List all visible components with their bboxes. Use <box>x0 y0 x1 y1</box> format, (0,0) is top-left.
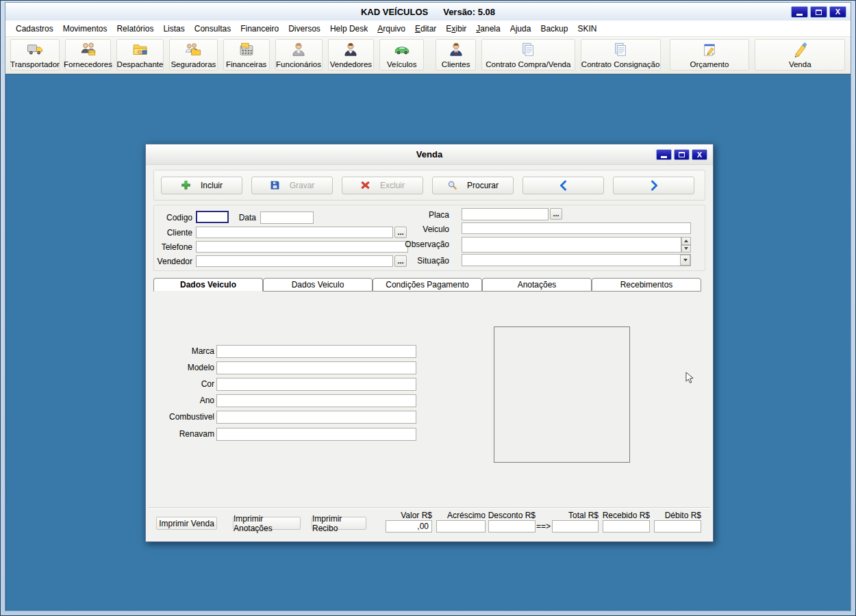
toolbar-vendedores-button[interactable]: Vendedores <box>328 39 375 70</box>
acrescimo-field[interactable] <box>436 520 486 532</box>
debito-label: Débito R$ <box>653 511 701 520</box>
maximize-icon <box>816 10 822 15</box>
menu-movimentos[interactable]: Movimentos <box>58 22 112 36</box>
ano-input[interactable] <box>216 394 416 407</box>
desconto-label: Desconto R$ <box>487 511 536 520</box>
menu-skin[interactable]: SKIN <box>572 22 601 36</box>
chevron-right-icon <box>649 180 659 191</box>
car-icon <box>393 41 411 59</box>
spinner-up-button[interactable] <box>681 237 691 245</box>
toolbar-despachante-button[interactable]: Despachante <box>116 39 164 70</box>
menu-consultas[interactable]: Consultas <box>190 22 236 36</box>
menu-listas[interactable]: Listas <box>158 22 189 36</box>
toolbar-venda-button[interactable]: Venda <box>755 39 845 70</box>
toolbar-seguradoras-button[interactable]: Seguradoras <box>169 39 218 70</box>
maximize-button[interactable] <box>810 6 827 18</box>
tab-dados-veiculo-1[interactable]: Dados Veiculo <box>153 278 263 292</box>
note-pencil-icon <box>701 41 718 59</box>
dialog-maximize-button[interactable] <box>674 149 690 160</box>
toolbar-funcionarios-button[interactable]: Funcionários <box>275 39 323 70</box>
next-record-button[interactable] <box>613 177 694 194</box>
main-titlebar: KAD VEÍCULOS Versão: 5.08 <box>5 3 851 21</box>
placa-lookup-button[interactable]: ... <box>550 208 562 220</box>
venda-dialog: Venda Incluir <box>145 144 714 542</box>
arrow-down-icon <box>684 247 688 250</box>
menu-ajuda[interactable]: Ajuda <box>505 22 536 36</box>
ano-label: Ano <box>146 396 214 405</box>
toolbar: Transportador Fornecedores Despachante S… <box>5 37 851 74</box>
tab-anotacoes[interactable]: Anotações <box>482 278 592 292</box>
venda-dialog-controls <box>656 149 707 160</box>
dialog-minimize-button[interactable] <box>656 149 672 160</box>
dialog-close-button[interactable] <box>692 149 707 160</box>
data-input[interactable] <box>260 211 314 224</box>
excluir-button[interactable]: Excluir <box>342 177 423 194</box>
valor-field[interactable]: ,00 <box>386 520 432 532</box>
tab-condicoes-pagamento[interactable]: Condições Pagamento <box>373 278 482 292</box>
combustivel-input[interactable] <box>216 411 416 424</box>
cor-input[interactable] <box>216 378 416 391</box>
placa-input[interactable] <box>462 208 549 220</box>
situacao-select[interactable] <box>462 254 691 266</box>
modelo-input[interactable] <box>216 361 416 374</box>
menu-arquivo[interactable]: Arquivo <box>373 22 410 36</box>
situacao-label: Situação <box>360 256 449 266</box>
menu-exibir[interactable]: Exibir <box>441 22 471 36</box>
observacao-textarea[interactable] <box>462 237 681 253</box>
menu-financeiro[interactable]: Financeiro <box>236 22 284 36</box>
total-arrow-label: ==> <box>536 522 551 531</box>
menu-cadastros[interactable]: Cadastros <box>11 22 58 36</box>
procurar-button[interactable]: Procurar <box>432 177 514 194</box>
recebido-label: Recebido R$ <box>601 511 650 520</box>
menu-help-desk[interactable]: Help Desk <box>325 22 373 36</box>
incluir-button[interactable]: Incluir <box>161 177 242 194</box>
pencil-icon <box>791 41 809 59</box>
toolbar-transportador-button[interactable]: Transportador <box>10 39 60 70</box>
placa-label: Placa <box>360 210 449 220</box>
imprimir-venda-button[interactable]: Imprimir Venda <box>156 517 217 530</box>
imprimir-recibo-button[interactable]: Imprimir Recibo <box>312 517 366 530</box>
veiculo-label: Veiculo <box>360 224 449 234</box>
minimize-button[interactable] <box>791 6 808 18</box>
menu-diversos[interactable]: Diversos <box>284 22 325 36</box>
toolbar-orcamento-button[interactable]: Orçamento <box>670 39 750 70</box>
close-icon <box>835 8 840 16</box>
marca-input[interactable] <box>216 345 416 358</box>
recebido-field[interactable] <box>603 520 650 532</box>
employee-icon <box>290 41 307 59</box>
toolbar-financeiras-button[interactable]: Financeiras <box>223 39 270 70</box>
contract-icon <box>519 41 537 59</box>
toolbar-contrato-compra-venda-button[interactable]: Contrato Compra/Venda <box>481 39 575 70</box>
previous-record-button[interactable] <box>523 177 604 194</box>
imprimir-anotacoes-button[interactable]: Imprimir Anotações <box>233 517 301 530</box>
veiculo-input[interactable] <box>462 222 691 234</box>
desconto-field[interactable] <box>488 520 536 532</box>
menu-editar[interactable]: Editar <box>410 22 441 36</box>
gravar-button[interactable]: Gravar <box>251 177 333 194</box>
main-window: KAD VEÍCULOS Versão: 5.08 Cadastros Movi… <box>5 2 851 611</box>
toolbar-veiculos-button[interactable]: Veículos <box>379 39 424 70</box>
menu-relatorios[interactable]: Relatórios <box>112 22 158 36</box>
situacao-dropdown-button[interactable] <box>680 255 690 266</box>
window-title: KAD VEÍCULOS Versão: 5.08 <box>361 7 495 17</box>
toolbar-clientes-button[interactable]: Clientes <box>436 39 476 70</box>
toolbar-fornecedores-button[interactable]: Fornecedores <box>65 39 111 70</box>
contract-icon <box>612 41 629 59</box>
debito-field[interactable] <box>654 520 701 532</box>
header-fields-panel: Codigo Data Cliente ... Telefone Vendedo… <box>153 205 705 271</box>
venda-dialog-titlebar[interactable]: Venda <box>146 144 713 165</box>
close-icon <box>697 151 702 159</box>
close-button[interactable] <box>829 6 846 18</box>
spinner-down-button[interactable] <box>681 245 691 253</box>
menu-janela[interactable]: Janela <box>471 22 505 36</box>
renavam-input[interactable] <box>216 428 416 441</box>
menu-backup[interactable]: Backup <box>536 22 572 36</box>
tab-dados-veiculo-2[interactable]: Dados Veiculo <box>263 278 373 292</box>
truck-icon <box>26 41 44 59</box>
tab-recebimentos[interactable]: Recebimentos <box>592 278 701 292</box>
client-icon <box>447 41 465 59</box>
total-field[interactable] <box>552 520 599 532</box>
toolbar-contrato-consignacao-button[interactable]: Contrato Consignação <box>581 39 661 70</box>
search-icon <box>447 180 457 190</box>
codigo-input[interactable] <box>196 211 229 223</box>
